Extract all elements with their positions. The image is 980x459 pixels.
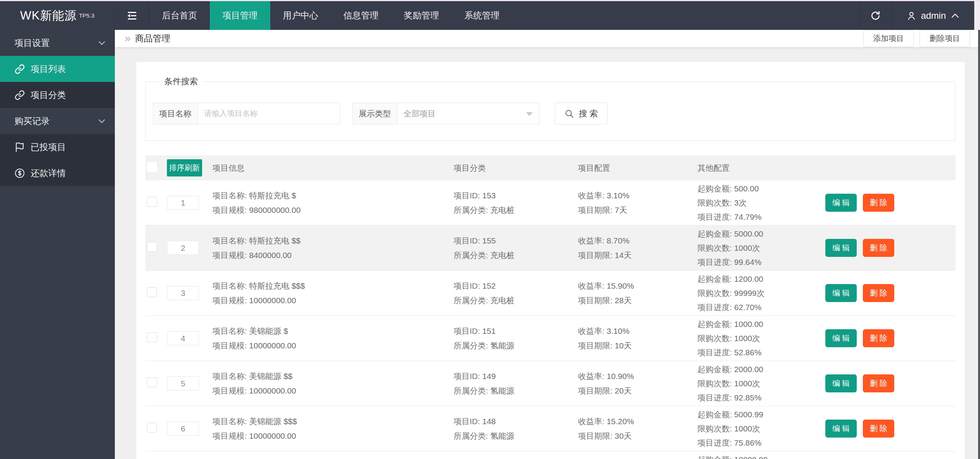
project-rate: 10.90% bbox=[607, 372, 634, 381]
app-logo-version: TP5.3 bbox=[79, 12, 94, 19]
delete-button[interactable]: 删 除 bbox=[863, 239, 894, 257]
cell-project-category: 项目ID:152 所属分类:充电桩 bbox=[454, 279, 578, 308]
admin-username: admin bbox=[921, 10, 946, 21]
project-term: 14天 bbox=[615, 251, 632, 260]
project-progress: 75.86% bbox=[734, 438, 761, 447]
row-checkbox[interactable] bbox=[147, 423, 157, 433]
chevron-down-icon bbox=[97, 116, 106, 126]
cell-other-config: 起购金额:1200.00 限购次数:99999次 项目进度:62.70% bbox=[697, 272, 822, 314]
cell-other-config: 起购金额:2000.00 限购次数:1000次 项目进度:92.85% bbox=[697, 362, 822, 405]
delete-button[interactable]: 删 除 bbox=[863, 194, 894, 212]
sidebar-submenu-project: 项目列表 项目分类 bbox=[0, 56, 115, 108]
project-category: 氢能源 bbox=[490, 386, 514, 395]
scrollbar-track[interactable] bbox=[974, 1, 980, 30]
project-min-amount: 500.00 bbox=[734, 184, 759, 193]
cell-project-config: 收益率:10.90% 项目期限:20天 bbox=[578, 369, 697, 398]
refresh-icon bbox=[870, 10, 881, 21]
delete-button[interactable]: 删 除 bbox=[863, 329, 894, 347]
project-progress: 52.86% bbox=[734, 348, 761, 357]
cell-actions: 编 辑 删 除 bbox=[822, 329, 956, 347]
refresh-button[interactable] bbox=[859, 1, 892, 30]
row-checkbox[interactable] bbox=[147, 197, 157, 207]
sidebar-item-project-settings[interactable]: 项目设置 bbox=[0, 30, 115, 56]
sidebar-item-purchase-records[interactable]: 购买记录 bbox=[0, 108, 115, 134]
sidebar-item-project-list[interactable]: 项目列表 bbox=[0, 56, 115, 82]
select-all-checkbox[interactable] bbox=[147, 162, 157, 172]
row-checkbox[interactable] bbox=[147, 332, 157, 342]
project-id: 155 bbox=[482, 236, 496, 245]
project-category: 充电桩 bbox=[490, 296, 514, 305]
nav-item-system[interactable]: 系统管理 bbox=[452, 1, 512, 30]
project-term: 28天 bbox=[615, 296, 632, 305]
nav-item-projects[interactable]: 项目管理 bbox=[210, 1, 270, 30]
cell-actions: 编 辑 删 除 bbox=[822, 420, 956, 438]
cell-project-info: 项目名称:美锦能源 $$$ 项目规模:10000000.00 bbox=[207, 414, 454, 443]
sidebar-item-project-category[interactable]: 项目分类 bbox=[0, 82, 115, 108]
cell-project-info: 项目名称:特斯拉充电 $$ 项目规模:8400000.00 bbox=[207, 234, 454, 263]
cell-project-config: 收益率:8.70% 项目期限:14天 bbox=[578, 234, 697, 263]
projects-table: 排序刷新 项目信息 项目分类 项目配置 其他配置 1 项目名称:特斯拉充电 $ … bbox=[145, 155, 956, 459]
sort-order-input[interactable]: 6 bbox=[167, 421, 199, 436]
search-form: 项目名称 展示类型 全部项目 bbox=[153, 103, 947, 124]
edit-button[interactable]: 编 辑 bbox=[825, 420, 857, 438]
search-button[interactable]: 搜 索 bbox=[555, 103, 608, 124]
project-scale: 10000000.00 bbox=[249, 341, 296, 350]
sidebar-submenu-records: 已投项目 还款详情 bbox=[0, 134, 115, 186]
project-name: 美锦能源 $$$ bbox=[249, 417, 297, 426]
edit-button[interactable]: 编 辑 bbox=[825, 374, 857, 392]
project-scale: 980000000.00 bbox=[249, 206, 301, 214]
display-type-group: 展示类型 全部项目 bbox=[352, 103, 539, 124]
row-checkbox[interactable] bbox=[147, 377, 157, 387]
cell-project-category: 项目ID:148 所属分类:氢能源 bbox=[454, 414, 578, 443]
project-buy-limit: 1000次 bbox=[734, 379, 760, 388]
sort-order-input[interactable]: 3 bbox=[167, 286, 199, 300]
column-header-config: 项目配置 bbox=[578, 163, 697, 173]
project-buy-limit: 3次 bbox=[734, 198, 747, 207]
cell-project-config: 收益率:15.90% 项目期限:28天 bbox=[578, 279, 697, 308]
cell-project-info: 项目名称:美锦能源 $$ 项目规模:10000000.00 bbox=[207, 369, 454, 398]
cell-project-info: 项目名称:特斯拉充电 $ 项目规模:980000000.00 bbox=[207, 188, 454, 217]
nav-item-users[interactable]: 用户中心 bbox=[270, 1, 331, 30]
sort-order-input[interactable]: 2 bbox=[167, 241, 199, 255]
sidebar-item-invested-projects[interactable]: 已投项目 bbox=[0, 134, 115, 160]
edit-button[interactable]: 编 辑 bbox=[825, 284, 857, 302]
project-name: 美锦能源 $ bbox=[249, 327, 288, 335]
link-icon bbox=[15, 90, 25, 100]
delete-button[interactable]: 删 除 bbox=[863, 374, 894, 392]
table-row: 4 项目名称:美锦能源 $ 项目规模:10000000.00 项目ID:151 … bbox=[145, 316, 956, 361]
nav-item-home[interactable]: 后台首页 bbox=[149, 1, 210, 30]
delete-project-button[interactable]: 删除项目 bbox=[920, 30, 970, 47]
sort-order-input[interactable]: 1 bbox=[167, 196, 199, 210]
delete-button[interactable]: 删 除 bbox=[863, 420, 894, 438]
edit-button[interactable]: 编 辑 bbox=[825, 239, 857, 257]
sort-refresh-button[interactable]: 排序刷新 bbox=[167, 159, 202, 176]
project-id: 151 bbox=[482, 327, 496, 335]
row-checkbox[interactable] bbox=[147, 242, 157, 252]
column-header-other: 其他配置 bbox=[697, 163, 822, 173]
admin-menu[interactable]: admin bbox=[892, 1, 974, 30]
add-project-button[interactable]: 添加项目 bbox=[863, 30, 914, 47]
edit-button[interactable]: 编 辑 bbox=[825, 329, 857, 347]
delete-button[interactable]: 删 除 bbox=[863, 284, 894, 302]
sort-order-input[interactable]: 4 bbox=[167, 331, 199, 345]
project-name-input[interactable] bbox=[198, 103, 340, 124]
top-navbar: WK新能源 TP5.3 后台首页 项目管理 用户中心 信息管理 奖励管理 系统管… bbox=[0, 1, 980, 30]
project-buy-limit: 1000次 bbox=[734, 334, 760, 343]
nav-item-rewards[interactable]: 奖励管理 bbox=[391, 1, 452, 30]
project-category: 氢能源 bbox=[490, 431, 514, 440]
scrollbar-thumb[interactable] bbox=[978, 30, 980, 459]
app-logo-text: WK新能源 bbox=[20, 8, 77, 24]
sidebar-fold-button[interactable] bbox=[115, 1, 149, 30]
menu-fold-icon bbox=[126, 11, 138, 21]
sidebar-item-repayment-details[interactable]: 还款详情 bbox=[0, 160, 115, 186]
project-min-amount: 2000.00 bbox=[734, 365, 763, 374]
cell-actions: 编 辑 删 除 bbox=[822, 239, 956, 257]
edit-button[interactable]: 编 辑 bbox=[825, 194, 857, 212]
nav-item-info[interactable]: 信息管理 bbox=[331, 1, 391, 30]
sort-order-input[interactable]: 5 bbox=[167, 376, 199, 390]
cell-project-config: 收益率:15.20% 项目期限:30天 bbox=[578, 414, 697, 443]
row-checkbox[interactable] bbox=[147, 287, 157, 297]
select-caret-icon bbox=[526, 112, 533, 116]
display-type-select[interactable]: 全部项目 bbox=[397, 103, 539, 124]
chevron-up-icon bbox=[951, 13, 960, 19]
